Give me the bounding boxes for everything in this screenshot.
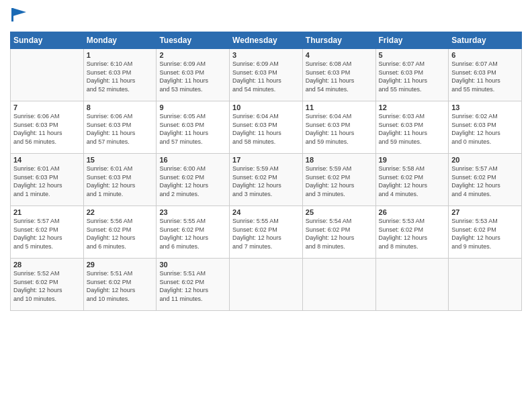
calendar-header-row: SundayMondayTuesdayWednesdayThursdayFrid… bbox=[11, 32, 522, 49]
calendar-cell: 5Sunrise: 6:07 AM Sunset: 6:03 PM Daylig… bbox=[375, 49, 449, 101]
day-info: Sunrise: 5:54 AM Sunset: 6:02 PM Dayligh… bbox=[306, 217, 373, 250]
calendar-cell: 20Sunrise: 5:57 AM Sunset: 6:02 PM Dayli… bbox=[449, 154, 522, 206]
weekday-header: Sunday bbox=[11, 32, 84, 49]
calendar-cell: 4Sunrise: 6:08 AM Sunset: 6:03 PM Daylig… bbox=[302, 49, 375, 101]
day-info: Sunrise: 6:07 AM Sunset: 6:03 PM Dayligh… bbox=[451, 60, 519, 93]
day-info: Sunrise: 6:07 AM Sunset: 6:03 PM Dayligh… bbox=[379, 60, 446, 93]
day-info: Sunrise: 6:01 AM Sunset: 6:03 PM Dayligh… bbox=[87, 165, 154, 198]
day-info: Sunrise: 5:59 AM Sunset: 6:02 PM Dayligh… bbox=[306, 165, 373, 198]
calendar-cell: 6Sunrise: 6:07 AM Sunset: 6:03 PM Daylig… bbox=[449, 49, 522, 101]
weekday-header: Tuesday bbox=[157, 32, 230, 49]
calendar-cell: 17Sunrise: 5:59 AM Sunset: 6:02 PM Dayli… bbox=[230, 154, 303, 206]
day-number: 2 bbox=[159, 51, 226, 59]
calendar-cell: 16Sunrise: 6:00 AM Sunset: 6:02 PM Dayli… bbox=[157, 154, 230, 206]
calendar-cell: 24Sunrise: 5:55 AM Sunset: 6:02 PM Dayli… bbox=[230, 206, 303, 259]
day-number: 17 bbox=[232, 156, 300, 164]
day-info: Sunrise: 6:09 AM Sunset: 6:03 PM Dayligh… bbox=[232, 60, 300, 93]
calendar-cell: 30Sunrise: 5:51 AM Sunset: 6:02 PM Dayli… bbox=[157, 259, 230, 311]
calendar-cell bbox=[230, 259, 303, 311]
day-number: 8 bbox=[87, 103, 154, 111]
calendar-cell: 22Sunrise: 5:56 AM Sunset: 6:02 PM Dayli… bbox=[83, 206, 157, 259]
calendar-week-row: 28Sunrise: 5:52 AM Sunset: 6:02 PM Dayli… bbox=[11, 259, 522, 311]
weekday-header: Thursday bbox=[302, 32, 375, 49]
calendar-week-row: 7Sunrise: 6:06 AM Sunset: 6:03 PM Daylig… bbox=[11, 101, 522, 154]
day-number: 12 bbox=[379, 103, 446, 111]
day-info: Sunrise: 6:06 AM Sunset: 6:03 PM Dayligh… bbox=[13, 112, 81, 146]
day-number: 30 bbox=[159, 261, 226, 269]
calendar-cell: 21Sunrise: 5:57 AM Sunset: 6:02 PM Dayli… bbox=[11, 206, 84, 259]
calendar-body: 1Sunrise: 6:10 AM Sunset: 6:03 PM Daylig… bbox=[11, 49, 522, 311]
calendar-week-row: 21Sunrise: 5:57 AM Sunset: 6:02 PM Dayli… bbox=[11, 206, 522, 259]
calendar-cell: 1Sunrise: 6:10 AM Sunset: 6:03 PM Daylig… bbox=[83, 49, 157, 101]
day-number: 25 bbox=[306, 208, 373, 216]
day-info: Sunrise: 5:53 AM Sunset: 6:02 PM Dayligh… bbox=[379, 217, 446, 250]
calendar-cell: 10Sunrise: 6:04 AM Sunset: 6:03 PM Dayli… bbox=[230, 101, 303, 154]
day-number: 13 bbox=[451, 103, 519, 111]
calendar-cell: 11Sunrise: 6:04 AM Sunset: 6:03 PM Dayli… bbox=[302, 101, 375, 154]
day-info: Sunrise: 6:02 AM Sunset: 6:03 PM Dayligh… bbox=[451, 112, 519, 146]
day-number: 14 bbox=[13, 156, 81, 164]
calendar-cell: 3Sunrise: 6:09 AM Sunset: 6:03 PM Daylig… bbox=[230, 49, 303, 101]
calendar-cell: 13Sunrise: 6:02 AM Sunset: 6:03 PM Dayli… bbox=[449, 101, 522, 154]
day-info: Sunrise: 6:09 AM Sunset: 6:03 PM Dayligh… bbox=[159, 60, 226, 93]
calendar-cell: 18Sunrise: 5:59 AM Sunset: 6:02 PM Dayli… bbox=[302, 154, 375, 206]
day-number: 18 bbox=[306, 156, 373, 164]
header-area bbox=[10, 7, 522, 26]
day-info: Sunrise: 5:59 AM Sunset: 6:02 PM Dayligh… bbox=[232, 165, 300, 198]
day-info: Sunrise: 5:55 AM Sunset: 6:02 PM Dayligh… bbox=[232, 217, 300, 250]
svg-rect-1 bbox=[11, 8, 13, 21]
calendar-cell: 23Sunrise: 5:55 AM Sunset: 6:02 PM Dayli… bbox=[157, 206, 230, 259]
day-number: 28 bbox=[13, 261, 81, 269]
weekday-header: Friday bbox=[375, 32, 449, 49]
day-number: 10 bbox=[232, 103, 300, 111]
calendar-cell: 15Sunrise: 6:01 AM Sunset: 6:03 PM Dayli… bbox=[83, 154, 157, 206]
calendar-cell bbox=[375, 259, 449, 311]
day-number: 20 bbox=[451, 156, 519, 164]
day-number: 5 bbox=[379, 51, 446, 59]
day-number: 4 bbox=[306, 51, 373, 59]
day-number: 6 bbox=[451, 51, 519, 59]
day-info: Sunrise: 6:10 AM Sunset: 6:03 PM Dayligh… bbox=[87, 60, 154, 93]
calendar-cell: 8Sunrise: 6:06 AM Sunset: 6:03 PM Daylig… bbox=[83, 101, 157, 154]
day-info: Sunrise: 6:00 AM Sunset: 6:02 PM Dayligh… bbox=[159, 165, 226, 198]
calendar-cell bbox=[449, 259, 522, 311]
day-number: 15 bbox=[87, 156, 154, 164]
main-container: SundayMondayTuesdayWednesdayThursdayFrid… bbox=[0, 0, 532, 318]
day-info: Sunrise: 6:03 AM Sunset: 6:03 PM Dayligh… bbox=[379, 112, 446, 146]
day-number: 23 bbox=[159, 208, 226, 216]
day-number: 26 bbox=[379, 208, 446, 216]
day-info: Sunrise: 5:55 AM Sunset: 6:02 PM Dayligh… bbox=[159, 217, 226, 250]
day-number: 21 bbox=[13, 208, 81, 216]
weekday-header: Monday bbox=[83, 32, 157, 49]
calendar-cell: 14Sunrise: 6:01 AM Sunset: 6:03 PM Dayli… bbox=[11, 154, 84, 206]
day-info: Sunrise: 6:01 AM Sunset: 6:03 PM Dayligh… bbox=[13, 165, 81, 198]
day-info: Sunrise: 5:51 AM Sunset: 6:02 PM Dayligh… bbox=[87, 269, 154, 303]
calendar-cell: 29Sunrise: 5:51 AM Sunset: 6:02 PM Dayli… bbox=[83, 259, 157, 311]
weekday-header: Wednesday bbox=[230, 32, 303, 49]
logo-flag-icon bbox=[11, 8, 28, 21]
calendar-cell: 12Sunrise: 6:03 AM Sunset: 6:03 PM Dayli… bbox=[375, 101, 449, 154]
calendar-cell: 28Sunrise: 5:52 AM Sunset: 6:02 PM Dayli… bbox=[11, 259, 84, 311]
calendar-cell: 7Sunrise: 6:06 AM Sunset: 6:03 PM Daylig… bbox=[11, 101, 84, 154]
day-info: Sunrise: 6:05 AM Sunset: 6:03 PM Dayligh… bbox=[159, 112, 226, 146]
day-number: 24 bbox=[232, 208, 300, 216]
day-info: Sunrise: 6:08 AM Sunset: 6:03 PM Dayligh… bbox=[306, 60, 373, 93]
day-info: Sunrise: 6:04 AM Sunset: 6:03 PM Dayligh… bbox=[306, 112, 373, 146]
calendar-cell: 2Sunrise: 6:09 AM Sunset: 6:03 PM Daylig… bbox=[157, 49, 230, 101]
calendar-cell bbox=[11, 49, 84, 101]
day-number: 29 bbox=[87, 261, 154, 269]
calendar-cell bbox=[302, 259, 375, 311]
day-info: Sunrise: 5:58 AM Sunset: 6:02 PM Dayligh… bbox=[379, 165, 446, 198]
calendar-cell: 27Sunrise: 5:53 AM Sunset: 6:02 PM Dayli… bbox=[449, 206, 522, 259]
day-number: 9 bbox=[159, 103, 226, 111]
weekday-header: Saturday bbox=[449, 32, 522, 49]
day-info: Sunrise: 5:56 AM Sunset: 6:02 PM Dayligh… bbox=[87, 217, 154, 250]
logo bbox=[10, 9, 28, 26]
day-number: 16 bbox=[159, 156, 226, 164]
day-number: 11 bbox=[306, 103, 373, 111]
day-info: Sunrise: 5:57 AM Sunset: 6:02 PM Dayligh… bbox=[13, 217, 81, 250]
day-number: 1 bbox=[87, 51, 154, 59]
calendar-table: SundayMondayTuesdayWednesdayThursdayFrid… bbox=[10, 32, 522, 311]
day-number: 27 bbox=[451, 208, 519, 216]
calendar-cell: 9Sunrise: 6:05 AM Sunset: 6:03 PM Daylig… bbox=[157, 101, 230, 154]
